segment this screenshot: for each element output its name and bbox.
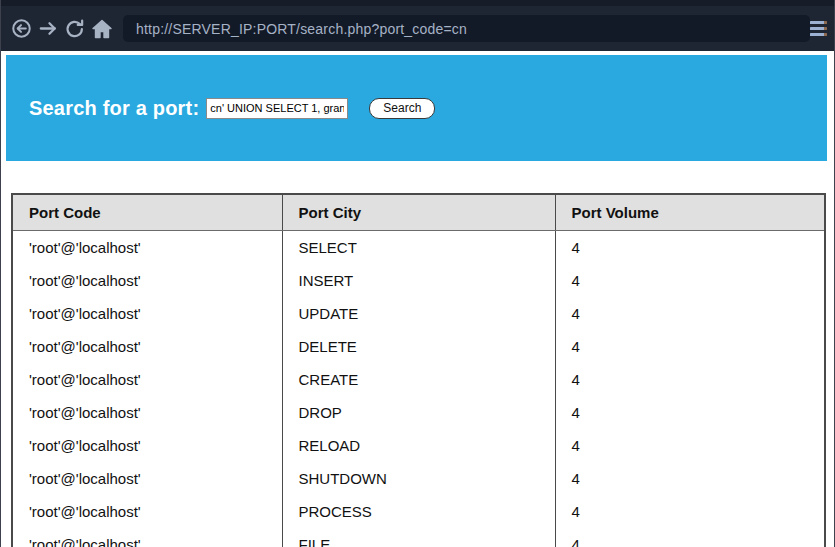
table-row: 'root'@'localhost' DROP 4: [12, 396, 825, 429]
cell-port-city: INSERT: [282, 264, 555, 297]
cell-port-city: DROP: [282, 396, 555, 429]
cell-port-code: 'root'@'localhost': [12, 231, 282, 265]
table-row: 'root'@'localhost' CREATE 4: [12, 363, 825, 396]
cell-port-city: SHUTDOWN: [282, 462, 555, 495]
cell-port-city: PROCESS: [282, 495, 555, 528]
cell-port-code: 'root'@'localhost': [12, 330, 282, 363]
cell-port-code: 'root'@'localhost': [12, 528, 282, 547]
cell-port-city: FILE: [282, 528, 555, 547]
cell-port-volume: 4: [555, 396, 825, 429]
reload-icon[interactable]: [63, 17, 87, 41]
column-header-port-volume: Port Volume: [555, 194, 825, 231]
search-panel: Search for a port: Search: [6, 55, 827, 161]
table-row: 'root'@'localhost' DELETE 4: [12, 330, 825, 363]
cell-port-city: CREATE: [282, 363, 555, 396]
column-header-port-code: Port Code: [12, 194, 282, 231]
cell-port-volume: 4: [555, 297, 825, 330]
browser-toolbar: http://SERVER_IP:PORT/search.php?port_co…: [1, 0, 834, 51]
table-row: 'root'@'localhost' FILE 4: [12, 528, 825, 547]
cell-port-code: 'root'@'localhost': [12, 462, 282, 495]
results-table: Port Code Port City Port Volume 'root'@'…: [11, 193, 826, 547]
search-label: Search for a port:: [29, 97, 199, 120]
cell-port-code: 'root'@'localhost': [12, 363, 282, 396]
cell-port-volume: 4: [555, 231, 825, 265]
cell-port-code: 'root'@'localhost': [12, 396, 282, 429]
cell-port-code: 'root'@'localhost': [12, 297, 282, 330]
cell-port-volume: 4: [555, 429, 825, 462]
port-search-input[interactable]: [206, 98, 348, 119]
cell-port-code: 'root'@'localhost': [12, 495, 282, 528]
browser-window: http://SERVER_IP:PORT/search.php?port_co…: [0, 0, 835, 547]
table-header-row: Port Code Port City Port Volume: [12, 194, 825, 231]
cell-port-volume: 4: [555, 462, 825, 495]
table-row: 'root'@'localhost' INSERT 4: [12, 264, 825, 297]
table-row: 'root'@'localhost' UPDATE 4: [12, 297, 825, 330]
forward-icon[interactable]: [36, 17, 60, 41]
nav-icons: [9, 17, 114, 41]
table-row: 'root'@'localhost' SHUTDOWN 4: [12, 462, 825, 495]
cell-port-city: DELETE: [282, 330, 555, 363]
cell-port-city: UPDATE: [282, 297, 555, 330]
cell-port-volume: 4: [555, 363, 825, 396]
cell-port-city: SELECT: [282, 231, 555, 265]
column-header-port-city: Port City: [282, 194, 555, 231]
cell-port-code: 'root'@'localhost': [12, 264, 282, 297]
cell-port-code: 'root'@'localhost': [12, 429, 282, 462]
table-row: 'root'@'localhost' PROCESS 4: [12, 495, 825, 528]
url-bar[interactable]: http://SERVER_IP:PORT/search.php?port_co…: [123, 15, 810, 42]
cell-port-city: RELOAD: [282, 429, 555, 462]
table-row: 'root'@'localhost' SELECT 4: [12, 231, 825, 265]
table-row: 'root'@'localhost' RELOAD 4: [12, 429, 825, 462]
cell-port-volume: 4: [555, 495, 825, 528]
search-button[interactable]: Search: [369, 98, 435, 119]
back-icon[interactable]: [9, 17, 33, 41]
cell-port-volume: 4: [555, 264, 825, 297]
home-icon[interactable]: [90, 17, 114, 41]
cell-port-volume: 4: [555, 330, 825, 363]
hamburger-menu-icon[interactable]: [810, 21, 827, 36]
cell-port-volume: 4: [555, 528, 825, 547]
